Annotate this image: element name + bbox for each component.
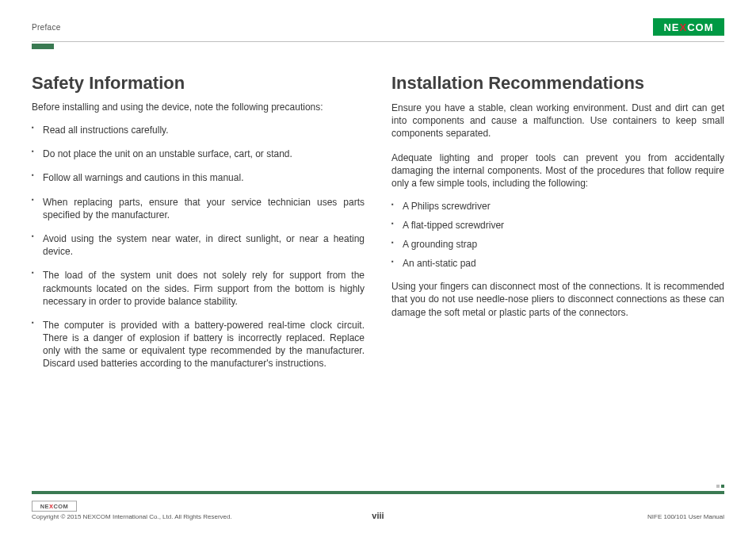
tools-list: A Philips screwdriver A flat-tipped scre… [391, 201, 724, 269]
footer-corner-mark-icon [715, 485, 724, 494]
list-item: Read all instructions carefully. [43, 124, 365, 136]
list-item: Do not place the unit on an unstable sur… [43, 148, 365, 160]
header-rule-line [32, 41, 724, 42]
list-item: The computer is provided with a battery-… [43, 319, 365, 370]
list-item: An anti-static pad [403, 258, 724, 269]
header-rule-accent [32, 44, 54, 49]
list-item: The load of the system unit does not sol… [43, 269, 365, 308]
footer-brand-logo: NEXCOM [32, 501, 77, 512]
footer-accent-bar [32, 491, 724, 494]
install-para-3: Using your fingers can disconnect most o… [391, 280, 724, 319]
left-column: Safety Information Before installing and… [32, 73, 365, 382]
list-item: A grounding strap [403, 239, 724, 250]
safety-intro: Before installing and using the device, … [32, 102, 365, 113]
safety-bullet-list: Read all instructions carefully. Do not … [32, 124, 365, 370]
list-item: When replacing parts, ensure that your s… [43, 196, 365, 221]
footer-manual-name: NIFE 100/101 User Manual [647, 513, 724, 520]
footer-row: NEXCOM Copyright © 2015 NEXCOM Internati… [32, 497, 724, 520]
header-rule [32, 41, 724, 49]
safety-heading: Safety Information [32, 73, 365, 94]
list-item: A flat-tipped screwdriver [403, 220, 724, 231]
document-page: Preface NEXCOM Safety Information Before… [0, 0, 756, 533]
right-column: Installation Recommendations Ensure you … [391, 73, 724, 382]
footer-left-block: NEXCOM Copyright © 2015 NEXCOM Internati… [32, 497, 232, 520]
brand-logo: NEXCOM [653, 18, 724, 36]
page-footer: NEXCOM Copyright © 2015 NEXCOM Internati… [32, 491, 724, 520]
list-item: Follow all warnings and cautions in this… [43, 171, 365, 184]
brand-logo-text: NEXCOM [663, 21, 713, 33]
page-header: Preface NEXCOM [32, 16, 724, 38]
install-para-2: Adequate lighting and proper tools can p… [391, 151, 724, 190]
list-item: Avoid using the system near water, in di… [43, 232, 365, 258]
install-para-1: Ensure you have a stable, clean working … [391, 102, 724, 140]
content-columns: Safety Information Before installing and… [32, 73, 724, 382]
header-section-label: Preface [32, 23, 61, 32]
install-heading: Installation Recommendations [391, 73, 724, 94]
footer-copyright: Copyright © 2015 NEXCOM International Co… [32, 513, 232, 520]
list-item: A Philips screwdriver [403, 201, 724, 212]
footer-brand-logo-text: NEXCOM [40, 503, 69, 509]
